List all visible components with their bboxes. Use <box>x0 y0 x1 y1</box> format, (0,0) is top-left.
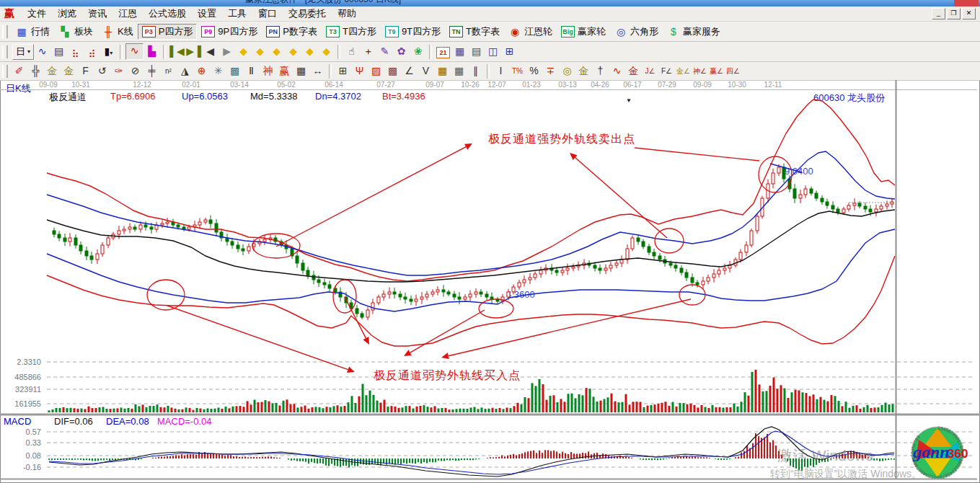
toolbar-button-p-square[interactable]: P3P四方形 <box>138 24 198 40</box>
crosshair-icon[interactable]: ＋ <box>360 44 376 59</box>
toolbar-button-kline[interactable]: ╫K线 <box>97 24 138 40</box>
box-tool-icon[interactable]: ⊞ <box>335 63 351 79</box>
draw-pen-icon[interactable]: ✎ <box>376 44 393 59</box>
menu-item-0[interactable]: 文件 <box>22 6 52 21</box>
ying-angle-icon[interactable]: 赢∠ <box>708 63 725 79</box>
brush-red-icon[interactable]: ✑ <box>110 63 127 79</box>
gold-lines-icon[interactable]: 金 <box>575 63 592 79</box>
wave-red-icon[interactable]: ∿ <box>609 63 625 79</box>
fan-red-icon[interactable]: Ψ <box>351 63 368 79</box>
next-icon[interactable]: ▶ <box>218 44 235 59</box>
gann-flower-green-icon[interactable]: ❀ <box>410 44 426 59</box>
web-star-icon[interactable]: ✳ <box>210 63 226 79</box>
toolbar-button-winner-wheel[interactable]: Big赢家轮 <box>557 24 610 40</box>
f-angle-icon[interactable]: F∠ <box>658 63 675 79</box>
toolbar-button-gann-wheel[interactable]: ◉江恩轮 <box>504 24 557 40</box>
check-lines-icon[interactable]: V <box>418 63 434 79</box>
circle-cross-icon[interactable]: ⊘ <box>127 63 144 79</box>
toolbar-label-t-square: T四方形 <box>343 25 376 38</box>
box-web-icon[interactable]: ▩ <box>384 63 401 79</box>
toolbar-button-t-table[interactable]: TNT数字表 <box>445 24 504 40</box>
box-hatch-icon[interactable]: ▨ <box>368 63 384 79</box>
target-red-icon[interactable]: ⊕ <box>193 63 210 79</box>
minimize-icon[interactable]: _ <box>932 8 945 19</box>
calendar-icon[interactable]: 21 <box>435 44 451 59</box>
diamond-h-expand-icon[interactable]: ◆ <box>268 44 285 59</box>
zigzag-blue-icon[interactable]: ∿ <box>34 44 50 59</box>
fibonacci-icon[interactable]: F <box>77 63 94 79</box>
toolbar-button-winner-service[interactable]: $赢家服务 <box>663 24 725 40</box>
zigzag-red-icon[interactable]: ∿ <box>125 43 144 60</box>
grid-gold-icon[interactable]: ▦ <box>434 63 451 79</box>
h-arrows-icon[interactable]: ↔ <box>309 63 326 79</box>
chart-colored-icon[interactable]: ▙ <box>144 44 160 59</box>
menu-item-6[interactable]: 工具 <box>222 6 252 21</box>
j-angle-icon[interactable]: J∠ <box>642 63 658 79</box>
candle-icon[interactable]: ▮▾ <box>100 44 117 59</box>
hand-icon[interactable]: ☝ <box>343 44 360 59</box>
period-day-button[interactable]: 日▾ <box>12 44 34 60</box>
diamond-right-icon[interactable]: ◆ <box>252 44 268 59</box>
grid-dark-icon[interactable]: ▦ <box>451 63 467 79</box>
toolbar-button-p-table[interactable]: PNP数字表 <box>262 24 322 40</box>
menu-item-5[interactable]: 设置 <box>192 6 222 21</box>
menu-item-2[interactable]: 资讯 <box>82 6 112 21</box>
close-child-icon[interactable]: ✕ <box>962 8 976 19</box>
menu-item-8[interactable]: 交易委托 <box>283 6 332 21</box>
toolbar-button-hexagon[interactable]: ◎六角形 <box>610 24 663 40</box>
n2-icon[interactable]: n² <box>160 63 177 79</box>
percent-icon[interactable]: % <box>526 63 542 79</box>
pencil-red-icon[interactable]: ✐ <box>11 63 27 79</box>
ruler-lines-icon[interactable]: ╪ <box>144 63 160 79</box>
flag-pen-icon[interactable]: † <box>592 63 609 79</box>
parallel-icon[interactable]: ∥ <box>467 63 484 79</box>
gold-grid1-icon[interactable]: 金 <box>44 63 61 79</box>
ying-red-icon[interactable]: 赢 <box>276 63 293 79</box>
menu-item-1[interactable]: 浏览 <box>52 6 82 21</box>
toolbar-button-sectors[interactable]: ▚板块 <box>54 24 97 40</box>
gold-red-icon[interactable]: 金 <box>625 63 642 79</box>
prev-icon[interactable]: ◀ <box>202 44 218 59</box>
spiral-icon[interactable]: ↺ <box>94 63 110 79</box>
toolbar-button-9t-square[interactable]: T99T四方形 <box>381 24 445 40</box>
levels-red-icon[interactable]: ∓ <box>542 63 559 79</box>
gold-angle-icon[interactable]: 金∠ <box>675 63 692 79</box>
restore-icon[interactable]: ❐ <box>947 8 961 19</box>
save-icon[interactable]: ◫ <box>485 44 501 59</box>
shen-angle-icon[interactable]: 神∠ <box>692 63 708 79</box>
gold-grid2-icon[interactable]: 金 <box>61 63 77 79</box>
diamond-h-shrink-icon[interactable]: ◆ <box>285 44 301 59</box>
angle-line-icon[interactable]: ∠ <box>401 63 418 79</box>
diamond-v-shrink-icon[interactable]: ◆ <box>301 44 318 59</box>
menu-item-7[interactable]: 窗口 <box>252 6 283 21</box>
grid-123-icon[interactable]: ▦ <box>293 63 309 79</box>
bars3-icon[interactable]: ⣦ <box>67 44 84 59</box>
gann-flower-purple-icon[interactable]: ✿ <box>393 44 410 59</box>
menu-item-3[interactable]: 江恩 <box>112 6 143 21</box>
diamond-v-expand-icon[interactable]: ◆ <box>318 44 335 59</box>
close-icon[interactable] <box>954 0 979 6</box>
first-bar-icon[interactable]: ▌◀ <box>169 44 185 59</box>
notes-icon[interactable]: ▤ <box>468 44 485 59</box>
menu-item-9[interactable]: 帮助 <box>332 6 362 21</box>
gold-circle-icon[interactable]: ◎ <box>559 63 575 79</box>
web-grid-icon[interactable]: ▩ <box>226 63 243 79</box>
angle-a-icon[interactable]: ◮ <box>177 63 193 79</box>
pause-mark-icon[interactable]: Ⅱ <box>243 63 260 79</box>
last-bar-icon[interactable]: ▶▐ <box>185 44 202 59</box>
t-percent-icon[interactable]: T% <box>509 63 526 79</box>
kline-icon: ╫ <box>102 25 115 38</box>
toolbar-button-quotes[interactable]: ▦行情 <box>11 24 54 40</box>
menu-item-4[interactable]: 公式选股 <box>143 6 192 21</box>
si-angle-icon[interactable]: 四∠ <box>725 63 741 79</box>
diamond-left-icon[interactable]: ◆ <box>235 44 252 59</box>
shen-red-icon[interactable]: 神 <box>260 63 276 79</box>
gann-grid-icon[interactable]: ╬ <box>27 63 44 79</box>
toolbar-button-9p-square[interactable]: P99P四方形 <box>197 24 262 40</box>
calculator-icon[interactable]: ▦ <box>451 44 468 59</box>
report-icon[interactable]: ▤ <box>50 44 67 59</box>
pillar-icon[interactable]: I <box>493 63 509 79</box>
network-icon[interactable]: ⊞ <box>501 44 518 59</box>
bars9-icon[interactable]: ⣴ <box>84 44 100 59</box>
toolbar-button-t-square[interactable]: T3T四方形 <box>322 24 381 40</box>
